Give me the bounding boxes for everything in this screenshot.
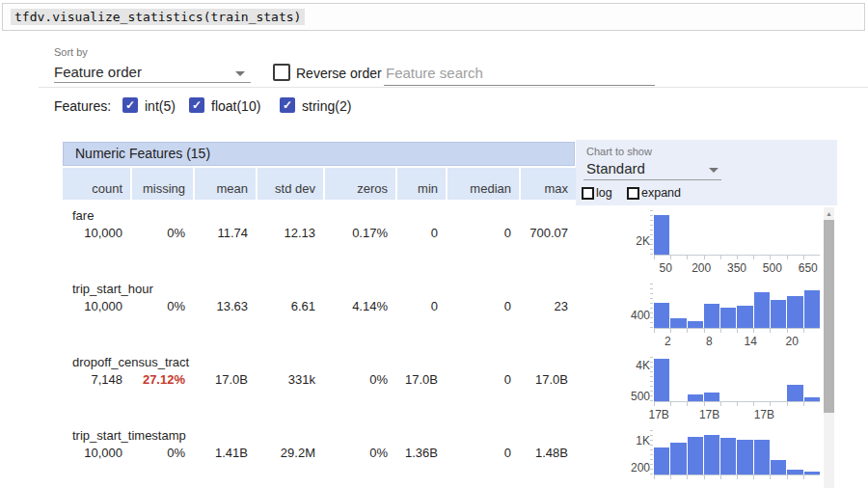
feature-search-input[interactable]: [384, 60, 655, 86]
sort-underline: [54, 82, 251, 83]
features-label: Features:: [54, 98, 111, 114]
feature-name: dropoff_census_tract: [72, 355, 189, 369]
histogram-bar: [787, 296, 802, 328]
reverse-order-label: Reverse order: [296, 66, 382, 81]
feature-name: fare: [72, 208, 94, 223]
stat-value: 1.41B: [193, 446, 256, 460]
chevron-down-icon[interactable]: [709, 168, 719, 173]
histogram-bar: [654, 215, 669, 255]
stat-value: 11.74: [193, 226, 256, 240]
x-axis-label: 50: [660, 261, 672, 275]
scrollbar-thumb[interactable]: [824, 220, 834, 413]
histogram-bar: [771, 300, 786, 328]
code-cell[interactable]: tfdv.visualize_statistics(train_stats): [2, 3, 865, 31]
x-axis-label: 200: [692, 261, 711, 275]
x-axis: [654, 328, 820, 333]
histogram-bar: [720, 308, 736, 328]
histogram-bar: [771, 460, 786, 474]
log-checkbox[interactable]: [582, 187, 594, 200]
feature-name: trip_start_hour: [72, 282, 153, 296]
float-checkbox-label: float(10): [211, 98, 260, 114]
stat-value: 0%: [130, 226, 193, 240]
histogram-plot: [654, 430, 820, 474]
stat-value: 10,000: [63, 226, 130, 240]
y-axis-label: 400: [617, 309, 650, 322]
histogram-bar: [787, 385, 802, 401]
x-axis-label: 17B: [754, 408, 774, 421]
column-header: std dev: [256, 168, 323, 200]
x-axis-label: 8: [706, 335, 713, 348]
histogram-bar: [737, 440, 752, 474]
stat-value: 0%: [323, 372, 395, 387]
histogram-bar: [720, 438, 736, 474]
stat-value: 0: [395, 226, 446, 240]
histogram-bar: [754, 292, 770, 328]
histogram-bar: [670, 318, 686, 328]
y-axis-label: 1K: [617, 434, 650, 447]
histogram-trip_start_hour: 400281420: [617, 282, 837, 355]
column-header: zeros: [323, 168, 395, 200]
x-axis-label: 20: [786, 335, 799, 348]
column-header: missing: [130, 168, 193, 200]
column-header: count: [63, 168, 130, 200]
stat-value: 29.2M: [256, 446, 323, 460]
scroll-up-icon[interactable]: ▲: [824, 208, 834, 219]
histogram-bar: [704, 304, 719, 328]
float-checkbox[interactable]: ✓: [189, 97, 204, 113]
column-header: min: [395, 168, 446, 200]
code-text: tfdv.visualize_statistics(train_stats): [11, 9, 305, 25]
reverse-order-checkbox[interactable]: [273, 64, 290, 81]
table-title: Numeric Features (15): [63, 142, 575, 166]
histogram-dropoff_census_tract: 4K50017B17B17B: [617, 355, 837, 428]
histogram-bar: [704, 393, 719, 401]
histogram-bar: [654, 447, 669, 474]
string-checkbox[interactable]: ✓: [280, 97, 295, 113]
stat-value: 0%: [323, 446, 395, 460]
log-checkbox-label: log: [596, 186, 612, 200]
stat-value: 10,000: [63, 446, 130, 460]
feature-name: trip_start_timestamp: [72, 428, 186, 443]
x-axis-label: 500: [763, 261, 782, 275]
x-axis: [654, 474, 820, 479]
stat-value: 0: [446, 226, 519, 240]
expand-checkbox[interactable]: [627, 187, 639, 200]
stat-value: 4.14%: [323, 299, 395, 313]
histogram-bar: [688, 394, 703, 401]
histogram-bar: [688, 437, 703, 474]
histogram-fare: 2K50200350500650: [617, 208, 837, 282]
int-checkbox-label: int(5): [145, 98, 176, 114]
stat-value: 17.0B: [519, 372, 576, 387]
stat-value: 23: [519, 299, 576, 313]
divider: [39, 87, 868, 88]
x-axis: [654, 255, 820, 259]
stat-value: 6.61: [256, 299, 323, 313]
feature-row: fare10,0000%11.7412.130.17%00700.072K502…: [63, 208, 837, 282]
chart-to-show-label: Chart to show: [586, 146, 652, 157]
chart-select-underline: [583, 179, 721, 180]
stat-value: 0.17%: [323, 226, 395, 240]
y-axis-label: 500: [617, 390, 650, 403]
stat-value: 700.07: [519, 226, 576, 240]
x-axis-label: 17B: [648, 408, 668, 421]
stat-value: 1.48B: [519, 446, 576, 460]
sort-by-select[interactable]: Feature order: [54, 64, 142, 80]
string-checkbox-label: string(2): [302, 98, 351, 114]
chevron-down-icon[interactable]: [235, 71, 245, 76]
histogram-bar: [654, 303, 669, 328]
int-checkbox[interactable]: ✓: [122, 97, 138, 113]
stat-value: 0%: [130, 446, 193, 460]
histogram-trip_start_timestamp: 1K200: [617, 428, 837, 488]
x-axis-label: 2: [665, 335, 671, 348]
stat-value: 12.13: [256, 226, 323, 240]
x-axis-label: 650: [799, 261, 818, 275]
stat-value: 0: [446, 372, 519, 387]
scrollbar-track[interactable]: ▲: [824, 207, 834, 488]
stat-value: 7,148: [63, 372, 130, 387]
histogram-bar: [654, 359, 669, 401]
x-axis: [654, 401, 820, 406]
chart-type-select[interactable]: Standard: [586, 160, 645, 176]
feature-rows: fare10,0000%11.7412.130.17%00700.072K502…: [63, 208, 837, 488]
column-header: mean: [193, 168, 256, 200]
column-headers: countmissingmeanstd devzerosminmedianmax: [63, 168, 576, 200]
histogram-plot: [654, 210, 820, 255]
